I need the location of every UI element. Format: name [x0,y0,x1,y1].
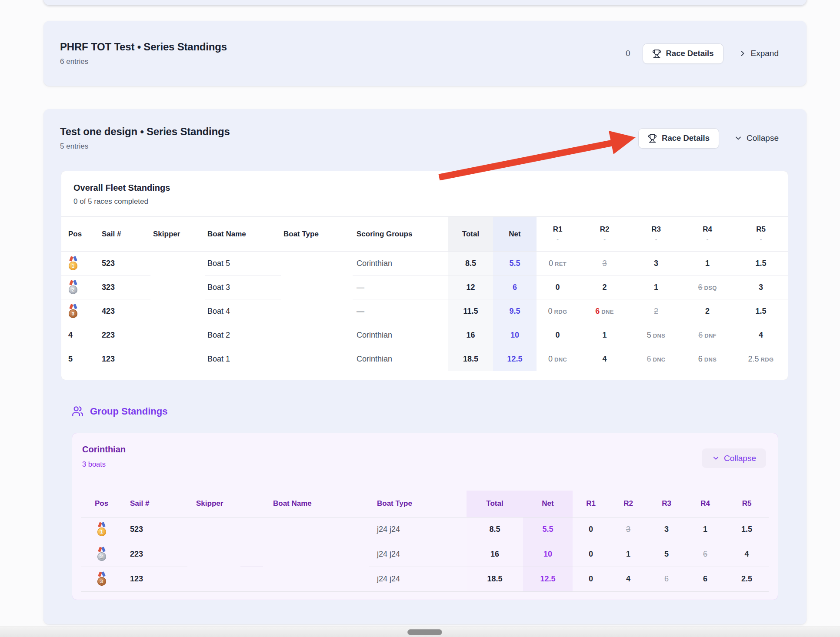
card-header: PHRF TOT Test • Series Standings 6 entri… [60,21,227,86]
race-score: 6DNC [630,347,682,371]
col-pos: Pos [61,217,96,252]
scoring-group: Corinthian [353,347,448,371]
col-r4: R4 [686,491,725,517]
net-score: 12.5 [493,347,537,371]
race-score: 0 [573,567,609,591]
group-collapse-button[interactable]: Collapse [702,448,766,468]
col-r5: R5 [725,491,769,517]
group-boat-count: 3 boats [82,460,106,468]
col-boat-name: Boat Name [205,217,281,252]
table-row: 3 423 Boat 4 — 11.5 9.5 0RDG 6DNE 2 2 1.… [61,299,788,323]
group-name: Corinthian [82,445,126,455]
boat-type-cell [281,347,353,371]
boat-type-cell [281,252,353,275]
skipper-cell [187,567,266,591]
expand-label: Expand [751,49,779,58]
group-card-corinthian: Corinthian 3 boats Collapse Pos Sail # S… [72,433,778,600]
collapse-button[interactable]: Collapse [731,133,781,143]
net-score: 5.5 [523,517,573,542]
card-title: PHRF TOT Test • Series Standings [60,41,227,53]
col-r1: R1- [537,217,579,252]
race-score: 0DNC [537,347,579,371]
race-score: 0RDG [537,299,579,323]
race-score: 6 [686,542,725,567]
race-score: 2.5 [725,567,769,591]
col-r4: R4- [682,217,733,252]
scoring-group: — [353,275,448,299]
boat-type: j24 j24 [369,542,467,567]
boat-type-cell [281,275,353,299]
users-icon [72,405,83,417]
skipper-cell [187,542,266,567]
total-score: 8.5 [448,252,493,275]
series-card-test-one-design: Test one design • Series Standings 5 ent… [43,109,807,624]
race-score: 3 [733,275,788,299]
race-score: 4 [579,347,630,371]
col-r2: R2 [609,491,647,517]
chevron-down-icon [712,454,720,462]
race-score: 6DNF [682,323,733,347]
position-medal: 3 [97,572,107,586]
skipper-cell [150,299,205,323]
boat-name: Boat 1 [205,347,281,371]
race-score: 6DNS [682,347,733,371]
col-sail: Sail # [122,491,187,517]
col-pos: Pos [81,491,122,517]
table-row: 1 523 Boat 5 Corinthian 8.5 5.5 0RET 3 3… [61,252,788,275]
race-details-button[interactable]: Race Details [638,128,719,149]
boat-type: j24 j24 [369,517,467,542]
race-score: 1 [579,323,630,347]
race-score: 0 [537,323,579,347]
race-score: 0RET [537,252,579,275]
race-score: 1 [630,275,682,299]
table-row: 3 123 j24 j24 18.5 12.5 0 4 6 6 2.5 [81,567,769,591]
race-score: 1 [682,252,733,275]
col-r3: R3 [647,491,686,517]
fleet-standings-table: Pos Sail # Skipper Boat Name Boat Type S… [61,216,788,371]
total-score: 16 [448,323,493,347]
panel-left-edge [42,0,42,627]
position-medal: 2 [68,281,78,294]
race-details-label: Race Details [662,133,710,143]
race-score: 3 [609,517,647,542]
col-net: Net [493,217,537,252]
race-count-badge: 5 [621,133,626,143]
net-score: 6 [493,275,537,299]
col-r2: R2- [579,217,630,252]
sail-number: 323 [96,275,150,299]
skipper-cell [150,347,205,371]
race-score: 3 [579,252,630,275]
position-rank: 5 [68,355,73,363]
position-rank: 4 [68,331,73,339]
race-details-label: Race Details [666,49,714,58]
card-header-actions: 5 Race Details Collapse [621,109,781,167]
col-net: Net [523,491,573,517]
race-score: 4 [609,567,647,591]
entries-count: 6 entries [60,57,227,66]
horizontal-scrollbar-track[interactable] [0,627,840,637]
card-title: Test one design • Series Standings [60,126,230,138]
race-score: 2 [630,299,682,323]
horizontal-scrollbar-thumb[interactable] [407,629,442,635]
race-score: 4 [725,542,769,567]
boat-name: Boat 2 [205,323,281,347]
total-score: 18.5 [467,567,523,591]
col-skipper: Skipper [150,217,205,252]
chevron-right-icon [738,49,747,58]
col-sail: Sail # [96,217,150,252]
col-scoring-groups: Scoring Groups [353,217,448,252]
race-score: 6 [647,567,686,591]
group-standings-heading: Group Standings [72,405,167,417]
group-standings-table: Pos Sail # Skipper Boat Name Boat Type T… [81,491,769,592]
scoring-group: Corinthian [353,323,448,347]
race-details-button[interactable]: Race Details [643,43,723,64]
group-header-row: Pos Sail # Skipper Boat Name Boat Type T… [81,491,769,517]
col-r3: R3- [630,217,682,252]
expand-button[interactable]: Expand [736,48,781,59]
trophy-icon [648,134,657,143]
position-medal: 3 [68,305,78,318]
races-completed-status: 0 of 5 races completed [73,197,776,206]
total-score: 18.5 [448,347,493,371]
race-score: 2.5RDG [733,347,788,371]
race-score: 5DNS [630,323,682,347]
